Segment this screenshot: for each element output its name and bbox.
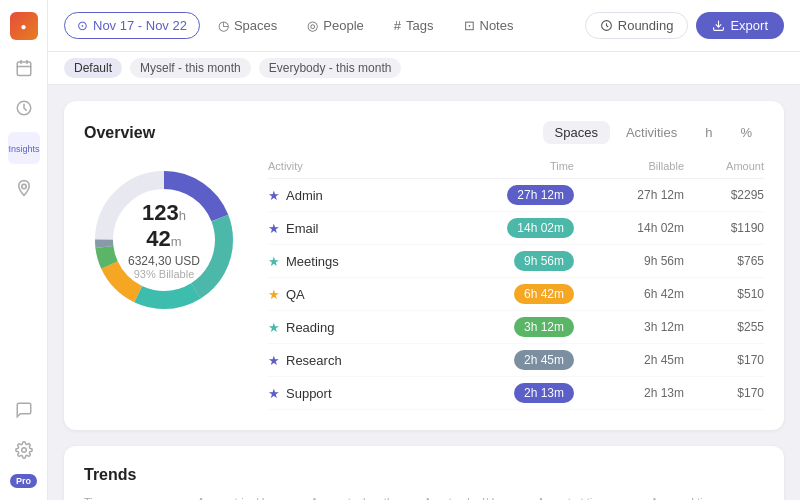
filter-default[interactable]: Default [64, 58, 122, 78]
topbar-tabs: ⊙ Nov 17 - Nov 22 ◷ Spaces ◎ People # Ta… [64, 12, 525, 39]
trends-cell: Avg. end time18:30 [651, 496, 764, 500]
trends-header: Avg. entries/day [197, 496, 310, 500]
filter-everybody[interactable]: Everybody - this month [259, 58, 402, 78]
sidebar-item-calendar[interactable] [8, 52, 40, 84]
app-logo [10, 12, 38, 40]
time-badge: 9h 56m [514, 251, 574, 271]
amount-value: $255 [684, 320, 764, 334]
overview-header: Overview Spaces Activities h % [84, 121, 764, 144]
amount-value: $2295 [684, 188, 764, 202]
overview-body: 123h 42m 6324,30 USD 93% Billable Activi… [84, 160, 764, 410]
donut-center: 123h 42m 6324,30 USD 93% Billable [124, 200, 204, 280]
table-row: ★ Support 2h 13m 2h 13m $170 [268, 377, 764, 410]
star-icon: ★ [268, 386, 280, 401]
topbar-actions: Rounding Export [585, 12, 784, 39]
sidebar-item-location[interactable] [8, 172, 40, 204]
table-row: ★ QA 6h 42m 6h 42m $510 [268, 278, 764, 311]
svg-point-7 [21, 448, 26, 453]
star-icon: ★ [268, 287, 280, 302]
svg-rect-0 [17, 62, 31, 76]
time-badge: 27h 12m [507, 185, 574, 205]
time-badge: 6h 42m [514, 284, 574, 304]
tab-date[interactable]: ⊙ Nov 17 - Nov 22 [64, 12, 200, 39]
trends-header: Avg. entry length [311, 496, 424, 500]
clock-icon: ⊙ [77, 18, 88, 33]
trends-card: Trends Timespan⊙Nov 17 - Nov 22Avg. entr… [64, 446, 784, 500]
col-billable: Billable [574, 160, 684, 172]
trends-cell: Avg. tracked/day5h 26m [424, 496, 537, 500]
trends-header: Timespan [84, 496, 197, 500]
trends-header: Avg. start time [537, 496, 650, 500]
sidebar-item-settings[interactable] [8, 434, 40, 466]
trends-cell: Avg. entries/day1 [197, 496, 310, 500]
trends-header: Avg. end time [651, 496, 764, 500]
table-row: ★ Research 2h 45m 2h 45m $170 [268, 344, 764, 377]
tab-notes[interactable]: ⊡ Notes [452, 13, 526, 38]
billable-value: 9h 56m [574, 254, 684, 268]
amount-value: $510 [684, 287, 764, 301]
trends-cell: Avg. entry length5h 26m [311, 496, 424, 500]
spaces-icon: ◷ [218, 18, 229, 33]
activity-name: ★ Meetings [268, 254, 408, 269]
activity-name: ★ Email [268, 221, 408, 236]
activity-name: ★ Research [268, 353, 408, 368]
overview-toggles: Spaces Activities h % [543, 121, 764, 144]
toggle-activities[interactable]: Activities [614, 121, 689, 144]
export-button[interactable]: Export [696, 12, 784, 39]
filterbar: Default Myself - this month Everybody - … [48, 52, 800, 85]
amount-value: $1190 [684, 221, 764, 235]
activity-name: ★ Admin [268, 188, 408, 203]
people-icon: ◎ [307, 18, 318, 33]
donut-usd: 6324,30 USD [124, 254, 204, 268]
donut-billable: 93% Billable [124, 268, 204, 280]
tab-tags[interactable]: # Tags [382, 13, 446, 38]
sidebar-item-clock[interactable] [8, 92, 40, 124]
amount-value: $765 [684, 254, 764, 268]
star-icon: ★ [268, 254, 280, 269]
sidebar-item-insights[interactable]: Insights [8, 132, 40, 164]
amount-value: $170 [684, 353, 764, 367]
table-row: ★ Reading 3h 12m 3h 12m $255 [268, 311, 764, 344]
billable-value: 14h 02m [574, 221, 684, 235]
toggle-spaces[interactable]: Spaces [543, 121, 610, 144]
filter-myself[interactable]: Myself - this month [130, 58, 251, 78]
tags-icon: # [394, 18, 401, 33]
time-badge: 2h 45m [514, 350, 574, 370]
star-icon: ★ [268, 320, 280, 335]
amount-value: $170 [684, 386, 764, 400]
time-badge: 2h 13m [514, 383, 574, 403]
col-amount: Amount [684, 160, 764, 172]
main-content: ⊙ Nov 17 - Nov 22 ◷ Spaces ◎ People # Ta… [48, 0, 800, 500]
insights-label: Insights [8, 144, 39, 154]
activity-rows: ★ Admin 27h 12m 27h 12m $2295 ★ Email 14… [268, 179, 764, 410]
activity-name: ★ Reading [268, 320, 408, 335]
toggle-percent[interactable]: % [728, 121, 764, 144]
billable-value: 3h 12m [574, 320, 684, 334]
table-row: ★ Admin 27h 12m 27h 12m $2295 [268, 179, 764, 212]
sidebar-item-chat[interactable] [8, 394, 40, 426]
star-icon: ★ [268, 188, 280, 203]
time-badge: 14h 02m [507, 218, 574, 238]
toggle-hours[interactable]: h [693, 121, 724, 144]
star-icon: ★ [268, 221, 280, 236]
notes-icon: ⊡ [464, 18, 475, 33]
pro-badge: Pro [10, 474, 37, 488]
billable-value: 6h 42m [574, 287, 684, 301]
tab-people[interactable]: ◎ People [295, 13, 375, 38]
rounding-button[interactable]: Rounding [585, 12, 689, 39]
trends-table: Timespan⊙Nov 17 - Nov 22Avg. entries/day… [84, 496, 764, 500]
trends-title: Trends [84, 466, 764, 484]
time-badge: 3h 12m [514, 317, 574, 337]
donut-chart: 123h 42m 6324,30 USD 93% Billable [84, 160, 244, 320]
billable-value: 2h 45m [574, 353, 684, 367]
content-area: Overview Spaces Activities h % [48, 85, 800, 500]
sidebar: Insights Pro [0, 0, 48, 500]
activity-table: Activity Time Billable Amount ★ Admin 27… [268, 160, 764, 410]
overview-title: Overview [84, 124, 155, 142]
overview-card: Overview Spaces Activities h % [64, 101, 784, 430]
billable-value: 27h 12m [574, 188, 684, 202]
topbar: ⊙ Nov 17 - Nov 22 ◷ Spaces ◎ People # Ta… [48, 0, 800, 52]
trends-cell: Timespan⊙Nov 17 - Nov 22 [84, 496, 197, 500]
tab-spaces[interactable]: ◷ Spaces [206, 13, 289, 38]
activity-name: ★ Support [268, 386, 408, 401]
